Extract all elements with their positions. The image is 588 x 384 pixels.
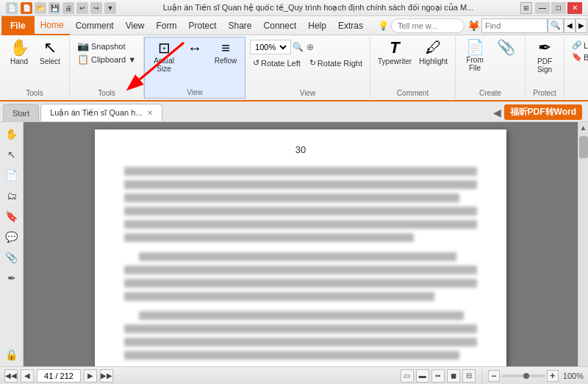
view-continuous-button[interactable]: ▬ bbox=[416, 369, 429, 383]
menu-extras[interactable]: Extras bbox=[332, 16, 369, 35]
menu-share[interactable]: Share bbox=[223, 16, 258, 35]
ribbon: ✋ Hand ↖ Select Tools 📷 Snapshot 📋 Clipb… bbox=[0, 35, 588, 102]
zoom-row: 100% 75% 125% 150% 🔍 ⊕ bbox=[250, 40, 365, 54]
menu-comment[interactable]: Comment bbox=[70, 16, 120, 35]
ad-badge[interactable]: 福昕PDF转Word bbox=[504, 104, 582, 120]
open-icon[interactable]: 📂 bbox=[35, 2, 46, 14]
close-button[interactable]: ✕ bbox=[567, 2, 582, 14]
zoom-slider[interactable] bbox=[501, 374, 545, 377]
nav-prev-button[interactable]: ◀ bbox=[21, 369, 34, 383]
undo-icon[interactable]: ↩ bbox=[76, 2, 88, 14]
menu-help[interactable]: Help bbox=[302, 16, 332, 35]
view-split-button[interactable]: ⊟ bbox=[462, 369, 476, 383]
link-button[interactable]: 🔗 Link bbox=[569, 40, 588, 51]
sidebar-layers-icon[interactable]: 🗂 bbox=[3, 187, 21, 205]
view-facing-button[interactable]: ▪▪ bbox=[431, 369, 445, 383]
tab-start[interactable]: Start bbox=[3, 104, 39, 121]
zoom-minus-button[interactable]: − bbox=[488, 370, 500, 382]
menu-form[interactable]: Form bbox=[151, 16, 183, 35]
nav-next-button[interactable]: ▶ bbox=[84, 369, 97, 383]
search-prev-button[interactable]: ◀ bbox=[564, 18, 576, 33]
create-button[interactable]: 📎 bbox=[491, 38, 520, 57]
select-button[interactable]: ↖ Select bbox=[35, 38, 65, 67]
snapshot-button[interactable]: 📷 Snapshot bbox=[74, 40, 139, 52]
document-content bbox=[124, 167, 477, 360]
menu-view[interactable]: View bbox=[120, 16, 151, 35]
rotate-right-button[interactable]: ↻ Rotate Right bbox=[306, 57, 365, 68]
fit-width-button[interactable]: ↔ bbox=[180, 39, 209, 58]
sidebar-attachment-icon[interactable]: 📎 bbox=[3, 249, 21, 266]
sidebar-comment-icon[interactable]: 💬 bbox=[3, 228, 21, 246]
tabs-right: ◀ 福昕PDF转Word bbox=[490, 104, 582, 120]
tab-start-label: Start bbox=[12, 109, 29, 118]
tab-left-arrow[interactable]: ◀ bbox=[490, 107, 504, 118]
tell-me-input[interactable] bbox=[391, 18, 465, 33]
rotate-row: ↺ Rotate Left ↻ Rotate Right bbox=[250, 57, 365, 68]
tab-document[interactable]: Luận án Tiến sĩ Quan h... ✕ bbox=[40, 104, 162, 121]
scroll-up-button[interactable]: ▲ bbox=[578, 122, 588, 133]
menu-protect[interactable]: Protect bbox=[183, 16, 223, 35]
sidebar-cursor-icon[interactable]: ↖ bbox=[3, 146, 21, 163]
file-menu[interactable]: File bbox=[1, 16, 35, 35]
menu-connect[interactable]: Connect bbox=[258, 16, 303, 35]
zoom-col: 100% 75% 125% 150% 🔍 ⊕ ↺ Rotate Left bbox=[250, 38, 365, 68]
typewriter-button[interactable]: T Typewriter bbox=[375, 38, 415, 67]
link-label: Link bbox=[584, 41, 588, 50]
zoom-plus-button[interactable]: + bbox=[547, 370, 559, 382]
search-button[interactable]: 🔍 bbox=[548, 18, 564, 33]
zoom-out-button[interactable]: 🔍 bbox=[291, 42, 305, 52]
search-input[interactable] bbox=[481, 18, 548, 33]
text-line bbox=[124, 233, 414, 242]
from-file-label: FromFile bbox=[466, 56, 483, 72]
page-input[interactable] bbox=[37, 369, 81, 383]
app-icon: 📄 bbox=[6, 2, 18, 14]
save-icon[interactable]: 💾 bbox=[49, 2, 60, 14]
sidebar-bookmark-icon[interactable]: 🔖 bbox=[3, 207, 21, 225]
bookmark-button[interactable]: 🔖 Bookmark bbox=[569, 51, 588, 63]
hand-button[interactable]: ✋ Hand bbox=[4, 38, 34, 67]
pdf-sign-button[interactable]: ✒ PDFSign bbox=[530, 38, 559, 75]
sidebar-lock-icon[interactable]: 🔒 bbox=[3, 346, 21, 363]
menu-home[interactable]: Home bbox=[35, 16, 70, 35]
from-file-icon: 📄 bbox=[466, 40, 484, 54]
from-file-button[interactable]: 📄 FromFile bbox=[460, 38, 490, 74]
view-mode-icons: ▭ ▬ ▪▪ ◼ ⊟ bbox=[401, 369, 476, 383]
links-col: 🔗 Link 🔖 Bookmark bbox=[569, 38, 588, 63]
reflow-button[interactable]: ≡ Reflow bbox=[211, 39, 240, 66]
zoom-select[interactable]: 100% 75% 125% 150% bbox=[252, 42, 289, 52]
search-next-button[interactable]: ▶ bbox=[576, 18, 587, 33]
clipboard-icon: 📋 bbox=[77, 54, 89, 65]
sidebar-hand-icon[interactable]: ✋ bbox=[3, 125, 21, 143]
zoom-in-button[interactable]: ⊕ bbox=[305, 42, 315, 52]
actual-size-label: ActualSize bbox=[154, 57, 174, 73]
text-line bbox=[124, 207, 477, 216]
sidebar-signature-icon[interactable]: ✒ bbox=[3, 269, 21, 287]
clipboard-button[interactable]: 📋 Clipboard ▼ bbox=[74, 53, 139, 65]
rotate-right-label: Rotate Right bbox=[318, 59, 362, 68]
redo-icon[interactable]: ↪ bbox=[90, 2, 102, 14]
print-icon[interactable]: 🖨 bbox=[62, 2, 74, 14]
document-area: 30 bbox=[24, 122, 578, 366]
sidebar-page-icon[interactable]: 📄 bbox=[3, 166, 21, 184]
nav-last-button[interactable]: ▶▶ bbox=[100, 369, 113, 383]
rotate-left-button[interactable]: ↺ Rotate Left bbox=[250, 57, 304, 68]
highlight-button[interactable]: 🖊 Highlight bbox=[416, 38, 451, 67]
maximize-button[interactable]: □ bbox=[551, 2, 566, 14]
text-line bbox=[124, 220, 477, 229]
nav-first-button[interactable]: ◀◀ bbox=[4, 369, 18, 383]
customize-icon[interactable]: ▼ bbox=[104, 2, 116, 14]
rotate-right-icon: ↻ bbox=[309, 58, 316, 68]
ribbon-group-zoom: 100% 75% 125% 150% 🔍 ⊕ ↺ Rotate Left bbox=[245, 37, 370, 99]
grid-btn[interactable]: ⊞ bbox=[520, 2, 532, 14]
actual-size-button[interactable]: ⊡ ActualSize bbox=[149, 39, 179, 74]
zoom-slider-thumb[interactable] bbox=[523, 373, 529, 379]
text-line bbox=[124, 324, 477, 333]
tab-close-button[interactable]: ✕ bbox=[147, 109, 153, 117]
window-controls: ⊞ — □ ✕ bbox=[520, 2, 582, 14]
new-icon[interactable]: 📄 bbox=[21, 2, 32, 14]
minimize-button[interactable]: — bbox=[535, 2, 550, 14]
scroll-thumb[interactable] bbox=[579, 136, 588, 158]
text-line bbox=[124, 193, 459, 202]
view-single-button[interactable]: ▭ bbox=[401, 369, 414, 383]
view-cover-button[interactable]: ◼ bbox=[447, 369, 460, 383]
